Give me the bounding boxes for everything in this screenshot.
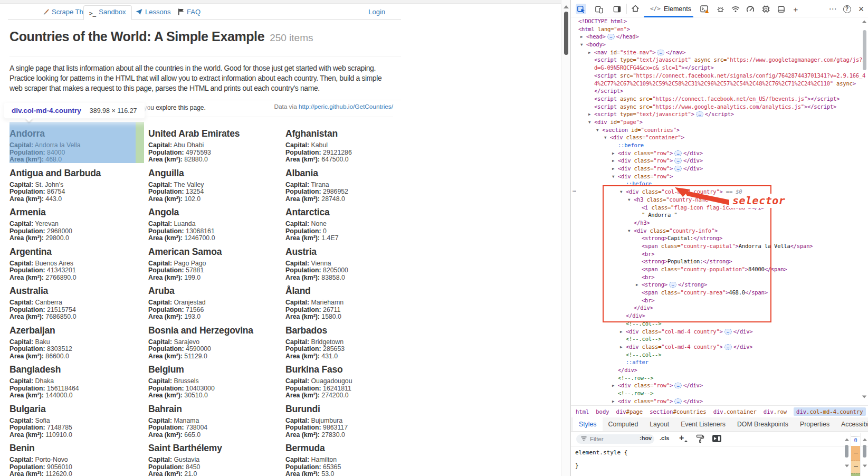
dom-tree-line[interactable]: <br>: [571, 250, 868, 258]
dom-tree-line[interactable]: ▶<div class="row">…</div>: [571, 157, 868, 165]
collapsed-ellipsis-icon[interactable]: …: [696, 111, 703, 117]
home-icon[interactable]: [630, 3, 641, 14]
dom-tree-line[interactable]: </h3>: [571, 219, 868, 227]
dom-tree-line[interactable]: ▼<section id="countries">: [571, 126, 868, 134]
collapsed-ellipsis-icon[interactable]: …: [674, 158, 682, 164]
collapsed-ellipsis-icon[interactable]: …: [674, 150, 682, 156]
dom-tree-line[interactable]: <!DOCTYPE html>: [571, 17, 868, 25]
expand-arrow-right-icon[interactable]: ▶: [612, 398, 618, 405]
styles-tab-styles[interactable]: Styles: [573, 417, 603, 431]
dom-tree-line[interactable]: <!--.col-->: [571, 351, 868, 359]
breadcrumb-item[interactable]: div#page: [616, 408, 643, 415]
collapsed-ellipsis-icon[interactable]: …: [607, 34, 615, 40]
expand-arrow-right-icon[interactable]: ▶: [620, 344, 626, 351]
styles-tab-event-listeners[interactable]: Event Listeners: [675, 417, 731, 431]
dom-tree-line[interactable]: <script type="text/javascript" async src…: [571, 56, 868, 64]
dom-tree-line[interactable]: <script src="https://connect.facebook.ne…: [571, 72, 868, 80]
nav-item-sandbox[interactable]: >_Sandbox: [83, 5, 132, 20]
activity-bar-layout-icon[interactable]: [612, 4, 622, 14]
scroll-down-arrow-icon[interactable]: [845, 465, 849, 468]
expand-arrow-down-icon[interactable]: ▼: [628, 196, 634, 204]
expand-arrow-right-icon[interactable]: ▶: [612, 157, 618, 165]
scroll-up-arrow-icon[interactable]: [863, 439, 867, 441]
page-scrollbar-thumb[interactable]: [564, 12, 568, 55]
dom-tree-line[interactable]: <script async src="https://www.google-an…: [571, 103, 868, 111]
breadcrumb-item[interactable]: div.container: [713, 408, 757, 415]
expand-arrow-down-icon[interactable]: ▼: [604, 134, 610, 142]
dom-tree-line[interactable]: <script async src="https://connect.faceb…: [571, 95, 868, 103]
dom-tree-line[interactable]: ▼<div class="col-md-4 country"> == $0: [571, 188, 868, 196]
dom-scrollbar-thumb[interactable]: [863, 30, 866, 70]
dom-tree-line[interactable]: ▼<div class="row">: [571, 173, 868, 180]
dom-tree-line[interactable]: ▶<div class="row">…</div>: [571, 149, 868, 157]
collapsed-ellipsis-icon[interactable]: …: [657, 50, 664, 55]
dom-tree-line[interactable]: <html lang="en">: [571, 25, 868, 33]
expand-arrow-down-icon[interactable]: ▼: [628, 227, 634, 235]
expand-arrow-right-icon[interactable]: ▶: [620, 328, 626, 336]
gutter-more-dots[interactable]: …: [573, 186, 576, 193]
collapsed-ellipsis-icon[interactable]: …: [674, 166, 682, 172]
dom-tree-line[interactable]: d=G-09N5RQCFG4&cx=c&_slc=1"></script>: [571, 64, 868, 72]
collapsed-ellipsis-icon[interactable]: …: [724, 344, 732, 350]
nav-item-faq[interactable]: FAQ: [173, 6, 206, 20]
styles-tab-layout[interactable]: Layout: [644, 417, 675, 431]
dom-tree-line[interactable]: 4%2C77%2C67%2C109%2C59%2C58%2C31%2C96%2C…: [571, 80, 868, 88]
dom-tree-line[interactable]: ▶<nav id="site-nav">…</nav>: [571, 49, 868, 56]
expand-arrow-right-icon[interactable]: ▶: [612, 382, 618, 390]
dom-tree-scrollbar[interactable]: [861, 17, 868, 405]
issues-bug-icon[interactable]: [715, 4, 726, 14]
dom-tree-line[interactable]: ▼<h3 class="country-name">: [571, 196, 868, 204]
styles-tab-accessibility[interactable]: Accessibility: [835, 417, 868, 431]
paint-roller-icon[interactable]: [696, 434, 704, 445]
dom-tree-line[interactable]: <!--.col-->: [571, 320, 868, 328]
dom-tree-line[interactable]: <br>: [571, 297, 868, 304]
scrollbar-thumb[interactable]: [863, 445, 866, 458]
toggle-sidebar-icon[interactable]: [712, 435, 721, 442]
dom-tree-line[interactable]: </div>: [571, 312, 868, 320]
dom-tree-line[interactable]: ▼<div id="page">: [571, 118, 868, 126]
dom-tree-line[interactable]: ▼<body>: [571, 41, 868, 49]
dom-tree-line[interactable]: ▶<div class="col-md-4 country">…</div>: [571, 328, 868, 336]
dom-tree-line[interactable]: ▶<div class="row">…</div>: [571, 382, 868, 389]
expand-arrow-right-icon[interactable]: ▶: [588, 111, 594, 119]
dom-tree-line[interactable]: ▶<div class="col-md-4 country">…</div>: [571, 343, 868, 351]
expand-arrow-right-icon[interactable]: ▶: [612, 150, 618, 158]
console-icon[interactable]: [699, 4, 710, 14]
page-scrollbar[interactable]: [561, 0, 570, 476]
dom-tree-line[interactable]: ::before: [571, 180, 868, 188]
help-icon[interactable]: ?: [842, 4, 852, 14]
dom-tree-line[interactable]: ::after: [571, 358, 868, 366]
styles-tab-dom-breakpoints[interactable]: DOM Breakpoints: [731, 417, 794, 431]
expand-arrow-right-icon[interactable]: ▶: [588, 49, 594, 57]
collapsed-ellipsis-icon[interactable]: …: [674, 398, 682, 404]
dom-tree-line[interactable]: <span class="country-area">468.0</span>: [571, 289, 868, 297]
expand-arrow-right-icon[interactable]: ▶: [636, 281, 642, 289]
application-icon[interactable]: [776, 4, 786, 14]
more-menu-icon[interactable]: ⋯: [827, 4, 838, 14]
element-style-rule-open[interactable]: element.style {: [571, 449, 868, 456]
dom-tree-line[interactable]: <!--.row-->: [571, 374, 868, 382]
expand-arrow-down-icon[interactable]: ▼: [620, 188, 626, 196]
new-style-rule-button[interactable]: +: [679, 433, 684, 443]
dom-tree-line[interactable]: ::before: [571, 141, 868, 149]
collapsed-ellipsis-icon[interactable]: …: [724, 329, 732, 335]
scrollbar-thumb[interactable]: [845, 445, 848, 458]
dom-tree-line[interactable]: <strong>Population:</strong>: [571, 258, 868, 265]
dom-tree-line[interactable]: ▼<div class="country-info">: [571, 227, 868, 235]
toggle-class-button[interactable]: .cls: [660, 435, 669, 441]
expand-arrow-down-icon[interactable]: ▼: [580, 41, 586, 49]
scroll-down-arrow-icon[interactable]: [863, 465, 867, 468]
breadcrumb-item[interactable]: div.col-md-4.country: [794, 407, 865, 416]
dom-tree-line[interactable]: ▶<head>…</head>: [571, 33, 868, 41]
dom-tree-line[interactable]: </script>: [571, 87, 868, 95]
dom-tree-line[interactable]: " Andorra ": [571, 211, 868, 219]
scroll-up-arrow-icon[interactable]: [564, 5, 569, 8]
styles-tab-computed[interactable]: Computed: [603, 417, 644, 431]
inspect-icon[interactable]: [576, 4, 586, 14]
dom-tree-line[interactable]: <!--.row-->: [571, 389, 868, 397]
styles-scrollbar[interactable]: [843, 433, 850, 476]
scroll-down-arrow-icon[interactable]: [862, 395, 867, 398]
dom-tree-line[interactable]: ▼<div class="container">: [571, 134, 868, 141]
dom-tree-line[interactable]: <br>: [571, 273, 868, 281]
dom-tree-line[interactable]: ▶<div class="row">…</div>: [571, 165, 868, 173]
